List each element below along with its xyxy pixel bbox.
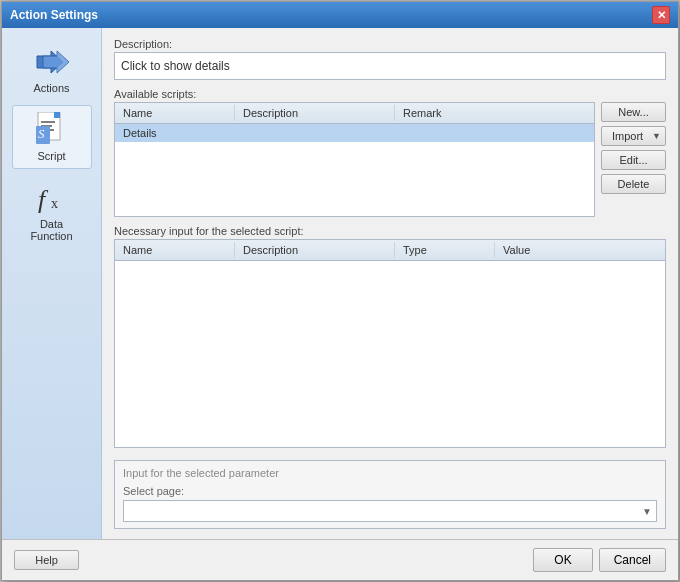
svg-text:f: f — [38, 185, 49, 214]
ni-col-description: Description — [235, 242, 395, 258]
footer-right-buttons: OK Cancel — [533, 548, 666, 572]
col-header-remark: Remark — [395, 105, 525, 121]
delete-button[interactable]: Delete — [601, 174, 666, 194]
necessary-input-section: Necessary input for the selected script:… — [114, 225, 666, 448]
col-header-name: Name — [115, 105, 235, 121]
description-value: Click to show details — [114, 52, 666, 80]
available-scripts-label: Available scripts: — [114, 88, 666, 100]
necessary-table: Name Description Type Value — [114, 239, 666, 448]
row-description — [235, 125, 395, 141]
close-button[interactable]: ✕ — [652, 6, 670, 24]
scripts-table-header: Name Description Remark — [115, 103, 594, 124]
action-settings-dialog: Action Settings ✕ Actions — [1, 1, 679, 581]
title-bar: Action Settings ✕ — [2, 2, 678, 28]
table-row[interactable]: Details — [115, 124, 594, 142]
dialog-title: Action Settings — [10, 8, 98, 22]
available-scripts-section: Available scripts: Name Description Rema… — [114, 88, 666, 217]
dialog-footer: Help OK Cancel — [2, 539, 678, 580]
ni-col-type: Type — [395, 242, 495, 258]
sidebar-item-script[interactable]: S Script — [12, 105, 92, 169]
svg-marker-1 — [43, 51, 69, 73]
svg-text:x: x — [51, 196, 58, 211]
df-icon: f x — [32, 180, 72, 216]
sidebar-item-datafunction[interactable]: f x Data Function — [12, 174, 92, 248]
input-for-param-section: Input for the selected parameter Select … — [114, 460, 666, 529]
select-page-label: Select page: — [123, 485, 657, 497]
chevron-down-icon: ▼ — [642, 506, 652, 517]
necessary-input-label: Necessary input for the selected script: — [114, 225, 666, 237]
necessary-table-header: Name Description Type Value — [115, 240, 665, 261]
script-icon: S — [32, 112, 72, 148]
scripts-buttons: New... Import ▼ Edit... Delete — [601, 102, 666, 217]
scripts-area: Name Description Remark Details — [114, 102, 666, 217]
import-dropdown-arrow: ▼ — [652, 131, 661, 141]
select-page-dropdown[interactable]: ▼ — [123, 500, 657, 522]
scripts-table-body: Details — [115, 124, 594, 213]
dialog-body: Actions S Script — [2, 28, 678, 539]
input-section-title: Input for the selected parameter — [123, 467, 657, 479]
row-name: Details — [115, 125, 235, 141]
ok-button[interactable]: OK — [533, 548, 592, 572]
sidebar-df-label: Data Function — [20, 218, 84, 242]
col-header-description: Description — [235, 105, 395, 121]
import-button[interactable]: Import ▼ — [601, 126, 666, 146]
sidebar-item-actions[interactable]: Actions — [12, 38, 92, 100]
sidebar-actions-label: Actions — [33, 82, 69, 94]
sidebar: Actions S Script — [2, 28, 102, 539]
main-content: Description: Click to show details Avail… — [102, 28, 678, 539]
description-section: Description: Click to show details — [114, 38, 666, 80]
description-label: Description: — [114, 38, 666, 50]
row-remark — [395, 125, 525, 141]
new-button[interactable]: New... — [601, 102, 666, 122]
ni-col-value: Value — [495, 242, 595, 258]
help-button[interactable]: Help — [14, 550, 79, 570]
svg-marker-3 — [54, 112, 60, 118]
scripts-table: Name Description Remark Details — [114, 102, 595, 217]
edit-button[interactable]: Edit... — [601, 150, 666, 170]
svg-text:S: S — [38, 126, 45, 141]
actions-icon — [32, 44, 72, 80]
ni-col-name: Name — [115, 242, 235, 258]
necessary-table-body — [115, 261, 665, 444]
sidebar-script-label: Script — [37, 150, 65, 162]
cancel-button[interactable]: Cancel — [599, 548, 666, 572]
